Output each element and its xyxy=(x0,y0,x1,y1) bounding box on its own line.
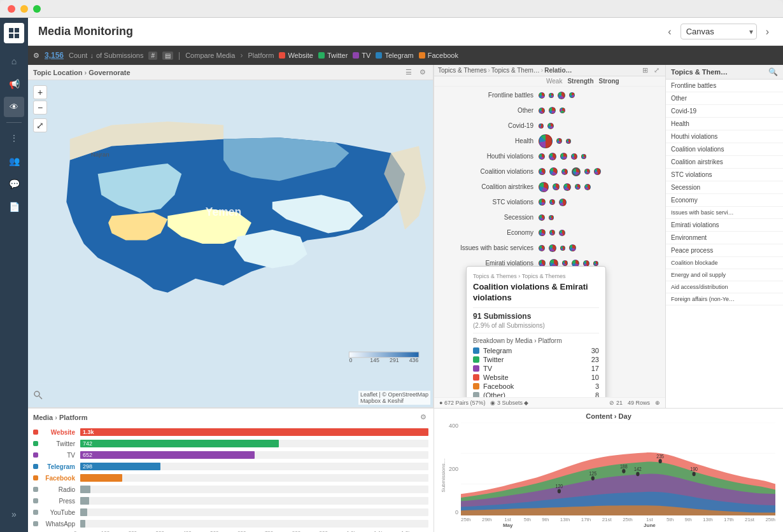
tv-color-dot xyxy=(353,52,359,59)
map-controls: + − ⤢ xyxy=(33,85,47,132)
topic-item-coalition-air[interactable]: Coalition airstrikes xyxy=(666,156,783,169)
svg-line-13 xyxy=(39,396,43,400)
topic-item-houthi[interactable]: Houthi violations xyxy=(666,130,783,143)
toolbar-separator: | xyxy=(178,51,180,60)
tv-dot xyxy=(473,365,479,372)
svg-text:436: 436 xyxy=(409,357,419,363)
window-chrome xyxy=(0,0,783,18)
scatter-expand-icon[interactable]: ⤢ xyxy=(652,66,661,74)
topic-item-frontline[interactable]: Frontline battles xyxy=(666,80,783,92)
twitter-value: 742 xyxy=(83,440,92,447)
submission-count[interactable]: 3,156 xyxy=(45,51,64,60)
nav-controls: ‹ Canvas › xyxy=(664,24,773,39)
platform-twitter: Twitter xyxy=(318,52,348,59)
twitter-dot xyxy=(473,356,479,363)
sidebar-collapse-button[interactable]: » xyxy=(4,504,24,524)
map-attribution: Leaflet | © OpenStreetMapMapbox & Keshif xyxy=(358,391,430,405)
map-container[interactable]: + − ⤢ xyxy=(28,80,433,407)
topic-item-aid[interactable]: Aid access/distribution xyxy=(666,281,783,293)
topics-list-title: Topics & Them… xyxy=(671,68,728,76)
subsets-info: ◉ 3 Subsets ◆ xyxy=(490,400,528,406)
app-title: Media Monitoring xyxy=(38,25,133,38)
topic-item-economy[interactable]: Economy xyxy=(666,194,783,207)
dashboard: Topic Location › Governorate ☰ ⚙ + − xyxy=(28,65,783,532)
topic-item-foreign[interactable]: Foreign affairs (non-Ye… xyxy=(666,293,783,305)
topic-item-emirati[interactable]: Emirati violations xyxy=(666,219,783,232)
website-value: 1.3k xyxy=(83,429,94,435)
sidebar-item-chat[interactable]: 💬 xyxy=(4,174,24,194)
telegram-value: 298 xyxy=(83,463,92,470)
close-button[interactable] xyxy=(8,5,15,13)
timeline-svg: 120 125 188 142 235 xyxy=(461,423,775,515)
topic-item-stc[interactable]: STC violations xyxy=(666,169,783,181)
scatter-row-coalition-viol: Coalition violations xyxy=(434,164,665,179)
media-panel-header: Media › Platform ⚙ xyxy=(33,411,428,424)
whatsapp-bar xyxy=(80,520,85,528)
sidebar-item-eye[interactable]: 👁 xyxy=(4,97,24,117)
map-search-icon[interactable] xyxy=(33,390,43,402)
maximize-button[interactable] xyxy=(33,5,41,13)
breakdown-twitter: Twitter 23 xyxy=(473,356,599,363)
facebook-dot xyxy=(473,383,479,389)
map-panel-icons: ☰ ⚙ xyxy=(404,67,428,77)
youtube-bar xyxy=(80,508,87,516)
nav-forward-button[interactable]: › xyxy=(762,25,773,39)
platform-label: Platform xyxy=(248,52,274,59)
telegram-color-dot xyxy=(376,52,382,59)
svg-text:190: 190 xyxy=(690,466,698,473)
svg-rect-1 xyxy=(15,28,19,32)
sidebar-item-users[interactable]: 👥 xyxy=(4,151,24,171)
sidebar-item-share[interactable]: ⋮ xyxy=(4,128,24,148)
topic-item-coalition-viol[interactable]: Coalition violations xyxy=(666,143,783,156)
y-axis-label: Submissions… xyxy=(441,458,446,492)
scatter-breadcrumb: Topics & Themes xyxy=(438,67,487,74)
map-list-icon[interactable]: ☰ xyxy=(404,67,414,77)
scatter-breadcrumb2: Topics & Them… xyxy=(491,67,540,74)
breakdown-website: Website 10 xyxy=(473,374,599,381)
map-fit-button[interactable]: ⤢ xyxy=(33,118,47,132)
canvas-dropdown[interactable]: Canvas xyxy=(681,24,757,39)
topic-item-health[interactable]: Health xyxy=(666,118,783,130)
scatter-breadcrumb3: Relatio… xyxy=(544,67,572,74)
press-bar xyxy=(80,497,89,505)
topics-search-icon[interactable]: 🔍 xyxy=(768,67,778,76)
topic-item-basic-services[interactable]: Issues with basic servi… xyxy=(666,207,783,219)
topics-list-header: Topics & Them… 🔍 xyxy=(666,65,783,80)
facebook-bar xyxy=(80,474,122,482)
media-panel-title: Media › Platform xyxy=(33,414,88,421)
breakdown-other: (Other) 8 xyxy=(473,391,599,397)
bar-row-website: Website 1.3k xyxy=(33,427,428,437)
bar-row-whatsapp: WhatsApp xyxy=(33,519,428,529)
topic-item-energy[interactable]: Energy and oil supply xyxy=(666,269,783,281)
svg-text:188: 188 xyxy=(620,463,628,470)
svg-text:120: 120 xyxy=(555,484,563,490)
map-settings-icon[interactable]: ⚙ xyxy=(418,67,428,77)
minimize-button[interactable] xyxy=(20,5,28,13)
sidebar-item-document[interactable]: 📄 xyxy=(4,197,24,217)
sidebar-item-megaphone[interactable]: 📢 xyxy=(4,74,24,94)
pagination-icon[interactable]: ⊕ xyxy=(655,400,660,406)
platform-tv: TV xyxy=(353,52,370,59)
media-panel-settings-icon[interactable]: ⚙ xyxy=(418,412,428,422)
weak-label: Weak xyxy=(546,78,562,85)
svg-text:235: 235 xyxy=(656,453,664,459)
scatter-filter-icon[interactable]: ⊞ xyxy=(640,66,650,74)
topic-item-other[interactable]: Other xyxy=(666,92,783,105)
svg-rect-2 xyxy=(9,34,13,38)
sidebar-item-home[interactable]: ⌂ xyxy=(4,51,24,71)
zoom-in-button[interactable]: + xyxy=(33,85,47,99)
topic-item-environment[interactable]: Environment xyxy=(666,232,783,244)
nav-back-button[interactable]: ‹ xyxy=(664,25,675,39)
platform-website: Website xyxy=(279,52,313,59)
sidebar: ⌂ 📢 👁 ⋮ 👥 💬 📄 » xyxy=(0,18,28,532)
toolbar-gear-icon[interactable]: ⚙ xyxy=(33,52,39,60)
topic-item-covid[interactable]: Covid-19 xyxy=(666,105,783,118)
scatter-content: Frontline battles Other xyxy=(434,88,665,397)
scatter-row-secession: Secession xyxy=(434,210,665,225)
zoom-out-button[interactable]: − xyxy=(33,101,47,115)
topic-item-blockade[interactable]: Coalition blockade xyxy=(666,257,783,269)
topic-item-peace[interactable]: Peace process xyxy=(666,244,783,257)
topic-item-secession[interactable]: Secession xyxy=(666,181,783,194)
svg-text:145: 145 xyxy=(370,357,379,363)
logo xyxy=(4,23,24,43)
